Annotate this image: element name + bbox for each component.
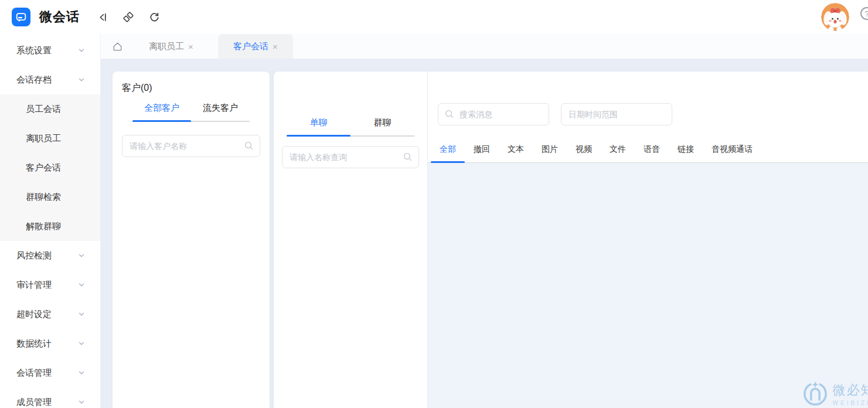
app-title: 微会话 (39, 8, 80, 26)
sidebar: 系统设置 会话存档 员工会话 离职员工 客户会话 群聊检索 解散群聊 风控检测 … (0, 34, 101, 408)
chevron-down-icon (78, 340, 85, 347)
search-icon (244, 141, 254, 151)
customer-tabs: 全部客户 流失客户 (132, 103, 250, 122)
sidebar-item-label: 审计管理 (16, 280, 52, 291)
message-list-area: 微必知 WEIBIZHI (428, 163, 868, 408)
chat-type-tabs: 单聊 群聊 (287, 117, 414, 137)
filter-tab-file[interactable]: 文件 (601, 137, 635, 162)
chevron-down-icon (78, 252, 85, 259)
page-tab-customer-sessions[interactable]: 客户会话 × (218, 34, 293, 59)
close-icon[interactable]: × (273, 42, 278, 52)
sidebar-item-label: 员工会话 (26, 104, 61, 115)
customer-panel: 客户(0) 全部客户 流失客户 (113, 72, 270, 408)
watermark-brand: 微必知 (833, 382, 868, 399)
customer-search (122, 135, 260, 157)
sidebar-item-risk-detection[interactable]: 风控检测 (0, 241, 100, 270)
sidebar-item-label: 风控检测 (16, 250, 52, 261)
chevron-down-icon (78, 47, 85, 54)
filter-tab-voice[interactable]: 语音 (635, 137, 669, 162)
home-icon (112, 41, 123, 52)
sidebar-submenu-session-archive: 员工会话 离职员工 客户会话 群聊检索 解散群聊 (0, 94, 100, 241)
watermark: 微必知 WEIBIZHI (802, 381, 868, 407)
message-search (438, 103, 549, 125)
toggle-tags-button[interactable] (117, 6, 139, 28)
sidebar-item-label: 成员管理 (16, 397, 52, 408)
chevron-down-icon (78, 76, 85, 83)
chevron-down-icon (78, 281, 85, 288)
sidebar-item-label: 会话管理 (16, 368, 52, 379)
message-section: 全部 撤回 文本 图片 视频 文件 语音 链接 音视频通话 (427, 72, 868, 408)
top-bar: 微会话 (0, 0, 868, 34)
filter-tab-av-call[interactable]: 音视频通话 (703, 137, 761, 162)
chat-bubble-icon (15, 11, 28, 23)
sidebar-item-departed-employees[interactable]: 离职员工 (0, 124, 100, 153)
tab-all-customers[interactable]: 全部客户 (132, 103, 191, 121)
help-icon[interactable]: ? (860, 7, 868, 20)
chevron-down-icon (78, 311, 85, 318)
conversation-panel: 单聊 群聊 (274, 72, 868, 408)
filter-tab-recalled[interactable]: 撤回 (465, 137, 499, 162)
filter-tab-link[interactable]: 链接 (669, 137, 703, 162)
message-search-input[interactable] (438, 103, 549, 125)
filter-tab-image[interactable]: 图片 (533, 137, 567, 162)
search-icon (403, 152, 413, 162)
main-row: 系统设置 会话存档 员工会话 离职员工 客户会话 群聊检索 解散群聊 风控检测 … (0, 34, 868, 408)
sidebar-item-session-management[interactable]: 会话管理 (0, 358, 100, 387)
user-avatar[interactable] (821, 3, 849, 31)
page-tab-label: 离职员工 (149, 41, 184, 52)
sidebar-item-audit-management[interactable]: 审计管理 (0, 270, 100, 300)
close-icon[interactable]: × (188, 42, 193, 52)
watermark-brand-sub: WEIBIZHI (833, 400, 868, 406)
sidebar-item-customer-sessions[interactable]: 客户会话 (0, 153, 100, 182)
sidebar-item-label: 会话存档 (16, 74, 52, 86)
tags-icon (122, 11, 134, 23)
tab-single-chat[interactable]: 单聊 (287, 117, 350, 135)
sidebar-item-label: 群聊检索 (26, 192, 61, 203)
sidebar-item-label: 数据统计 (16, 338, 52, 349)
sidebar-item-system-settings[interactable]: 系统设置 (0, 36, 100, 65)
customer-count-title: 客户(0) (122, 82, 260, 94)
collapse-sidebar-button[interactable] (91, 6, 114, 28)
home-button[interactable] (101, 34, 134, 59)
sidebar-item-data-statistics[interactable]: 数据统计 (0, 329, 100, 358)
tab-lost-customers[interactable]: 流失客户 (191, 103, 250, 121)
sidebar-item-disbanded-group-chats[interactable]: 解散群聊 (0, 212, 100, 241)
page-tab-departed-employees[interactable]: 离职员工 × (134, 34, 209, 59)
message-type-filter-tabs: 全部 撤回 文本 图片 视频 文件 语音 链接 音视频通话 (428, 137, 868, 163)
collapse-sidebar-icon (97, 12, 108, 23)
sidebar-item-session-archive[interactable]: 会话存档 (0, 65, 100, 94)
app-logo (12, 8, 30, 26)
refresh-icon (149, 12, 160, 23)
page-tab-label: 客户会话 (233, 41, 268, 52)
chevron-down-icon (78, 399, 85, 406)
sidebar-item-label: 超时设定 (16, 309, 52, 320)
sidebar-item-label: 系统设置 (16, 45, 52, 56)
work-area: 离职员工 × 客户会话 × 客户(0) 全部客户 流失客户 (101, 34, 868, 408)
sidebar-item-label: 离职员工 (26, 133, 61, 144)
search-icon (444, 109, 454, 119)
date-range-picker (561, 103, 672, 125)
tab-group-chat[interactable]: 群聊 (350, 117, 414, 135)
chat-list-section: 单聊 群聊 (274, 72, 427, 408)
refresh-button[interactable] (143, 6, 165, 28)
chevron-down-icon (78, 369, 85, 376)
chat-search-input[interactable] (282, 146, 419, 168)
page-tab-strip: 离职员工 × 客户会话 × (101, 34, 868, 59)
sidebar-item-member-management[interactable]: 成员管理 (0, 387, 100, 408)
weibizhi-logo-icon (802, 381, 828, 407)
sidebar-item-label: 客户会话 (26, 162, 61, 174)
content: 客户(0) 全部客户 流失客户 (101, 59, 868, 408)
filter-tab-all[interactable]: 全部 (431, 137, 465, 162)
filter-tab-video[interactable]: 视频 (567, 137, 601, 162)
chat-search (282, 146, 419, 168)
customer-search-input[interactable] (122, 135, 260, 157)
date-range-input[interactable] (561, 103, 672, 125)
sidebar-item-employee-sessions[interactable]: 员工会话 (0, 94, 100, 124)
sidebar-item-timeout-settings[interactable]: 超时设定 (0, 300, 100, 329)
sidebar-item-label: 解散群聊 (26, 221, 61, 232)
sidebar-item-group-chat-search[interactable]: 群聊检索 (0, 182, 100, 212)
filter-tab-text[interactable]: 文本 (499, 137, 533, 162)
message-search-row (428, 72, 868, 125)
